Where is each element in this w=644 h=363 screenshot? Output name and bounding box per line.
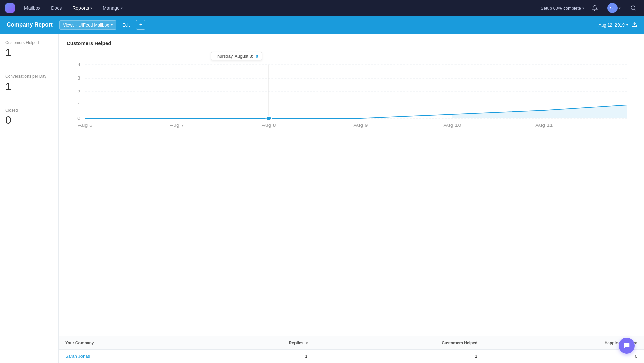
add-button[interactable]: + — [136, 20, 145, 30]
setup-progress-label: Setup 60% complete — [541, 6, 581, 11]
stat-label-customers-helped: Customers Helped — [5, 40, 53, 45]
page-title: Company Report — [7, 21, 53, 28]
svg-text:3: 3 — [77, 76, 80, 80]
top-nav: Mailbox Docs Reports ▾ Manage ▾ Setup 60… — [0, 0, 644, 16]
notifications-button[interactable] — [589, 3, 600, 13]
svg-text:1: 1 — [77, 103, 80, 107]
data-table: Your Company Replies ▾ Customers Helped … — [59, 336, 644, 363]
date-label: Aug 12, 2019 — [599, 22, 625, 28]
nav-label-reports: Reports — [72, 5, 89, 11]
cell-company: Sarah Jonas — [59, 350, 204, 363]
stat-label-conversations-per-day: Conversations per Day — [5, 74, 53, 79]
table-section: Your Company Replies ▾ Customers Helped … — [59, 336, 644, 363]
stat-divider-2 — [5, 100, 53, 100]
stat-closed: Closed 0 — [5, 108, 53, 125]
nav-item-docs[interactable]: Docs — [47, 3, 66, 13]
col-replies-label: Replies — [289, 341, 304, 345]
sort-icon-replies: ▾ — [306, 341, 308, 345]
cell-replies: 1 — [204, 350, 314, 363]
date-selector[interactable]: Aug 12, 2019 ▾ — [599, 22, 628, 28]
nav-item-manage[interactable]: Manage ▾ — [99, 3, 127, 13]
main-content: Customers Helped 1 Conversations per Day… — [0, 34, 644, 363]
chevron-down-icon: ▾ — [121, 6, 123, 10]
stat-divider-1 — [5, 66, 53, 66]
chart-svg[interactable]: 0 1 2 3 4 Aug 6 Aug 7 Aug — [67, 51, 636, 132]
app-logo[interactable] — [5, 3, 15, 13]
user-menu-button[interactable]: SJ ▾ — [605, 3, 623, 13]
col-company-label: Your Company — [65, 341, 94, 345]
chat-button[interactable] — [619, 338, 635, 354]
col-replies[interactable]: Replies ▾ — [204, 336, 314, 350]
view-selector[interactable]: Views - UIFeed Mailbox ▾ — [59, 20, 116, 30]
svg-text:Aug 8: Aug 8 — [262, 123, 276, 127]
nav-label-manage: Manage — [103, 5, 120, 11]
stats-sidebar: Customers Helped 1 Conversations per Day… — [0, 34, 59, 363]
chevron-down-icon-date: ▾ — [626, 23, 628, 27]
chevron-down-icon-user: ▾ — [619, 6, 621, 10]
nav-item-mailbox[interactable]: Mailbox — [20, 3, 44, 13]
svg-text:Aug 6: Aug 6 — [78, 123, 92, 127]
nav-right: Setup 60% complete ▾ SJ ▾ — [541, 3, 639, 13]
svg-point-0 — [631, 6, 635, 10]
sub-nav-right: Aug 12, 2019 ▾ — [599, 21, 637, 29]
stat-value-conversations-per-day: 1 — [5, 81, 53, 92]
chart-area: Customers Helped Thursday, August 8: 0 — [59, 34, 644, 336]
svg-marker-13 — [452, 105, 627, 118]
search-button[interactable] — [628, 3, 639, 13]
svg-text:2: 2 — [77, 89, 80, 94]
table-row: Sarah Jonas 1 1 0 — [59, 350, 644, 363]
nav-item-reports[interactable]: Reports ▾ — [68, 3, 96, 13]
view-selector-label: Views - UIFeed Mailbox — [63, 22, 109, 28]
col-customers-helped-label: Customers Helped — [442, 341, 477, 345]
svg-text:0: 0 — [77, 116, 80, 120]
cell-happiness-score: 0 — [484, 350, 644, 363]
avatar: SJ — [607, 3, 618, 13]
right-panel: Customers Helped Thursday, August 8: 0 — [59, 34, 644, 363]
table-header: Your Company Replies ▾ Customers Helped … — [59, 336, 644, 350]
edit-button[interactable]: Edit — [119, 21, 133, 29]
col-company: Your Company — [59, 336, 204, 350]
svg-text:4: 4 — [77, 62, 80, 67]
tooltip-date: Thursday, August 8: — [215, 54, 253, 59]
download-button[interactable] — [631, 21, 637, 29]
stat-value-customers-helped: 1 — [5, 47, 53, 58]
svg-text:Aug 10: Aug 10 — [444, 123, 461, 127]
svg-text:Aug 9: Aug 9 — [353, 123, 368, 127]
tooltip-value: 0 — [256, 54, 258, 59]
col-customers-helped: Customers Helped — [314, 336, 484, 350]
svg-text:Aug 7: Aug 7 — [170, 123, 184, 127]
stat-customers-helped: Customers Helped 1 — [5, 40, 53, 58]
svg-text:Aug 11: Aug 11 — [535, 123, 553, 127]
stat-conversations-per-day: Conversations per Day 1 — [5, 74, 53, 92]
stat-label-closed: Closed — [5, 108, 53, 113]
cell-customers-helped: 1 — [314, 350, 484, 363]
setup-progress[interactable]: Setup 60% complete ▾ — [541, 6, 584, 11]
nav-label-docs: Docs — [51, 5, 62, 11]
sub-nav: Company Report Views - UIFeed Mailbox ▾ … — [0, 16, 644, 34]
logo-inner — [8, 6, 12, 10]
chat-icon — [623, 342, 630, 349]
table-header-row: Your Company Replies ▾ Customers Helped … — [59, 336, 644, 350]
company-link[interactable]: Sarah Jonas — [65, 354, 90, 359]
nav-label-mailbox: Mailbox — [24, 5, 40, 11]
chart-container[interactable]: Thursday, August 8: 0 0 1 2 3 4 — [67, 51, 636, 139]
table-body: Sarah Jonas 1 1 0 — [59, 350, 644, 363]
svg-point-14 — [266, 116, 271, 120]
chevron-down-icon-view: ▾ — [111, 23, 113, 27]
chart-tooltip: Thursday, August 8: 0 — [211, 52, 262, 60]
chevron-down-icon-setup: ▾ — [582, 6, 584, 10]
stat-value-closed: 0 — [5, 115, 53, 125]
chart-title: Customers Helped — [67, 40, 636, 46]
chevron-down-icon: ▾ — [90, 6, 92, 10]
